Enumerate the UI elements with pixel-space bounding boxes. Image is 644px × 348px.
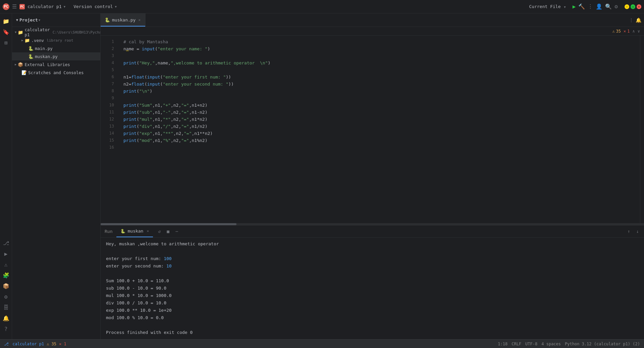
project-selector[interactable]: ☰ PC calculator p1 ▼ bbox=[12, 3, 65, 10]
code-line-12: print("mul",n1,"*",n2,"=",n1*n2) bbox=[123, 116, 635, 123]
run-button[interactable]: ▶ bbox=[573, 3, 576, 10]
output-line-sum: Sum 100.0 + 10.0 = 110.0 bbox=[106, 277, 639, 285]
more-options-icon[interactable]: ⋮ bbox=[588, 3, 593, 10]
output-line-greeting: Hey, muskan ,welcome to arithmetic opera… bbox=[106, 240, 639, 248]
current-file-selector[interactable]: Current File ▼ bbox=[527, 3, 569, 10]
line-num: 9 bbox=[101, 95, 114, 102]
main-py-label: main.py bbox=[35, 46, 53, 51]
tree-item-scratches[interactable]: 📝 Scratches and Consoles bbox=[12, 68, 100, 77]
sidebar-item-project[interactable]: 📁 bbox=[1, 16, 11, 26]
scroll-up-button[interactable]: ↑ bbox=[625, 228, 633, 235]
build-icon[interactable]: 🔨 bbox=[578, 3, 585, 10]
search-icon[interactable]: 🔍 bbox=[605, 3, 612, 10]
chevron-right-icon: ▶ bbox=[21, 39, 23, 42]
maximize-button[interactable]: □ bbox=[631, 4, 635, 9]
sidebar-item-git[interactable]: ⎇ bbox=[1, 238, 11, 248]
line-num: 7 bbox=[101, 81, 114, 88]
output-line-process: Process finished with exit code 0 bbox=[106, 329, 639, 336]
status-warnings[interactable]: ⚠ 35 bbox=[47, 342, 56, 346]
profile-icon[interactable]: 👤 bbox=[596, 3, 602, 10]
ext-libs-label: External Libraries bbox=[24, 62, 70, 67]
status-errors[interactable]: ✕ 1 bbox=[59, 342, 66, 346]
run-tab-run[interactable]: Run bbox=[101, 226, 116, 237]
tree-item-external-libraries[interactable]: ▶ 📦 External Libraries bbox=[12, 60, 100, 68]
scroll-down-button[interactable]: ↓ bbox=[634, 228, 641, 235]
panel-chevron: ▼ bbox=[16, 18, 18, 22]
code-line-3 bbox=[123, 52, 635, 59]
status-left: ⎇ calculator p1 ⚠ 35 ✕ 1 bbox=[4, 342, 494, 346]
line-numbers: 1 2 3 4 5 6 7 8 9 10 11 12 13 14 15 16 bbox=[101, 36, 118, 223]
run-tab-muskan[interactable]: 🐍 muskan ✕ bbox=[116, 226, 153, 237]
errors-badge[interactable]: ✕ 1 bbox=[624, 29, 630, 34]
output-line-div: div 100.0 / 10.0 = 10.0 bbox=[106, 299, 639, 307]
sidebar-item-database[interactable]: 🗄 bbox=[1, 302, 11, 312]
chevron-down-icon: ▼ bbox=[15, 31, 16, 34]
status-indent[interactable]: 4 spaces bbox=[541, 342, 561, 346]
tree-item-muskan-py[interactable]: 🐍 muskan.py bbox=[12, 52, 100, 60]
output-line-second-num: enter your second num: 10 bbox=[106, 262, 639, 270]
minimize-button[interactable]: – bbox=[625, 4, 629, 9]
vcs-icon: ⎇ bbox=[4, 342, 9, 346]
status-charset[interactable]: UTF-8 bbox=[525, 342, 537, 346]
status-position[interactable]: 1:18 bbox=[498, 342, 507, 346]
ext-chevron-icon: ▶ bbox=[15, 63, 16, 66]
sidebar-item-notifications[interactable]: 🔔 bbox=[1, 313, 11, 323]
run-controls: ↺ ■ ⋯ bbox=[153, 226, 183, 237]
tab-notifications-icon[interactable]: 🔔 bbox=[636, 17, 641, 23]
run-panel: Run 🐍 muskan ✕ ↺ ■ ⋯ ↑ ↓ Hey, musk bbox=[101, 225, 644, 339]
venv-suffix: library root bbox=[47, 38, 73, 43]
run-more-button[interactable]: ⋯ bbox=[173, 228, 180, 235]
run-output[interactable]: Hey, muskan ,welcome to arithmetic opera… bbox=[101, 238, 644, 339]
chevron-down-icon[interactable]: ∨ bbox=[638, 29, 640, 34]
run-tab-close-button[interactable]: ✕ bbox=[147, 229, 149, 233]
code-line-10: print("Sum",n1,"+",n2,"=",n1+n2) bbox=[123, 102, 635, 109]
sidebar-item-run-debug[interactable]: ▶ bbox=[1, 249, 11, 259]
line-num: 15 bbox=[101, 137, 114, 144]
warning-icon: ⚠ bbox=[612, 29, 614, 34]
settings-icon[interactable]: ⚙ bbox=[614, 3, 618, 10]
hamburger-icon[interactable]: ☰ bbox=[12, 3, 17, 10]
status-project-name: calculator p1 bbox=[12, 342, 44, 346]
main-layout: 📁 🔖 ⊞ ⎇ ▶ ⚠ 🧩 📦 ⚙ 🗄 🔔 ? ▼ Project ▼ ▼ � bbox=[0, 13, 644, 339]
code-editor[interactable]: # cal by Mantasha name = input("enter yo… bbox=[118, 36, 640, 223]
line-num: 14 bbox=[101, 130, 114, 137]
sidebar-item-python-packages[interactable]: 📦 bbox=[1, 281, 11, 291]
sidebar-item-learn[interactable]: ? bbox=[1, 324, 11, 334]
status-project[interactable]: ⎇ calculator p1 bbox=[4, 342, 44, 346]
sidebar-item-bookmarks[interactable]: 🔖 bbox=[1, 27, 11, 37]
tab-label: muskan.py bbox=[112, 17, 136, 22]
error-count: 1 bbox=[627, 29, 630, 34]
project-folder-label: calculator p1 bbox=[24, 27, 50, 37]
status-line-ending[interactable]: CRLF bbox=[512, 342, 521, 346]
venv-label: .venv bbox=[31, 38, 44, 43]
tab-close-button[interactable]: ✕ bbox=[138, 17, 141, 22]
code-line-8: print("\n") bbox=[123, 88, 635, 95]
icon-bar-top: 📁 🔖 ⊞ bbox=[1, 16, 11, 237]
project-name[interactable]: calculator p1 bbox=[28, 4, 62, 9]
version-control-selector[interactable]: Version control ▼ bbox=[73, 4, 117, 9]
line-num: 12 bbox=[101, 116, 114, 123]
run-tab-bar: Run 🐍 muskan ✕ ↺ ■ ⋯ ↑ ↓ bbox=[101, 226, 644, 238]
tree-item-venv[interactable]: ▶ 📁 .venv library root bbox=[12, 36, 100, 44]
code-line-5 bbox=[123, 66, 635, 73]
tab-more-icon[interactable]: ⋮ bbox=[629, 17, 634, 23]
rerun-button[interactable]: ↺ bbox=[156, 228, 163, 235]
sidebar-item-structure[interactable]: ⊞ bbox=[1, 38, 11, 48]
code-line-14: print("exp",n1,"**",n2,"=",n1**n2) bbox=[123, 130, 635, 137]
warnings-badge[interactable]: ⚠ 35 bbox=[612, 29, 621, 34]
sidebar-item-services[interactable]: ⚙ bbox=[1, 292, 11, 302]
panel-title: Project bbox=[19, 17, 38, 22]
panel-header: ▼ Project ▼ bbox=[12, 13, 100, 27]
sidebar-item-problems[interactable]: ⚠ bbox=[1, 259, 11, 269]
scratches-label: Scratches and Consoles bbox=[28, 70, 84, 75]
editor-main: 1 2 3 4 5 6 7 8 9 10 11 12 13 14 15 16 #… bbox=[101, 36, 644, 223]
status-python[interactable]: Python 3.12 (calculator p1) (2) bbox=[565, 342, 640, 346]
tree-item-main-py[interactable]: 🐍 main.py bbox=[12, 44, 100, 52]
sidebar-item-plugins[interactable]: 🧩 bbox=[1, 270, 11, 280]
close-button[interactable]: ✕ bbox=[637, 4, 641, 9]
chevron-up-icon[interactable]: ∧ bbox=[633, 29, 635, 34]
tree-item-calculator-p1[interactable]: ▼ 📁 calculator p1 C:\Users\SHUBH13\Pycha… bbox=[12, 28, 100, 36]
stop-button[interactable]: ■ bbox=[164, 228, 172, 235]
icon-bar-bottom: ⎇ ▶ ⚠ 🧩 📦 ⚙ 🗄 🔔 ? bbox=[1, 238, 11, 337]
tab-muskan-py[interactable]: 🐍 muskan.py ✕ bbox=[101, 13, 146, 27]
